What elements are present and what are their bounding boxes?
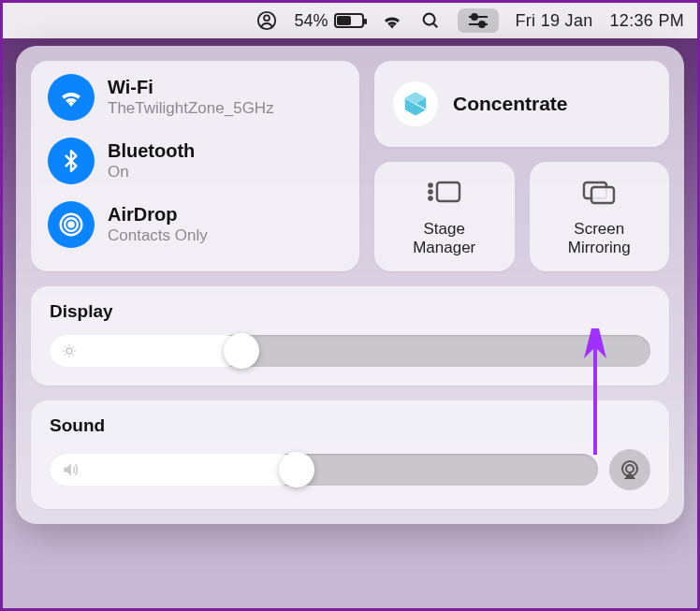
screen-mirroring-button[interactable]: Screen Mirroring xyxy=(530,162,670,271)
sound-title: Sound xyxy=(50,415,650,436)
stage-manager-icon xyxy=(426,179,463,211)
battery-indicator[interactable]: 54% xyxy=(294,11,363,31)
svg-point-6 xyxy=(479,22,485,27)
menubar-date[interactable]: Fri 19 Jan xyxy=(516,11,593,31)
battery-icon xyxy=(334,13,364,28)
focus-label: Concentrate xyxy=(453,93,568,115)
screen-mirroring-icon xyxy=(580,179,618,211)
stage-manager-button[interactable]: Stage Manager xyxy=(374,162,515,271)
airdrop-toggle[interactable]: AirDrop Contacts Only xyxy=(48,201,343,248)
bluetooth-toggle[interactable]: Bluetooth On xyxy=(48,138,343,184)
brightness-low-icon xyxy=(61,342,78,359)
volume-icon xyxy=(61,460,80,479)
volume-slider[interactable] xyxy=(50,454,598,486)
search-icon[interactable] xyxy=(420,10,441,31)
display-title: Display xyxy=(50,301,650,322)
svg-point-12 xyxy=(429,190,431,193)
wifi-toggle[interactable]: Wi-Fi TheTwilightZone_5GHz xyxy=(48,74,343,121)
airdrop-icon xyxy=(48,201,95,248)
airdrop-status: Contacts Only xyxy=(108,226,208,245)
menubar-time[interactable]: 12:36 PM xyxy=(610,11,684,31)
svg-point-1 xyxy=(265,15,270,21)
cube-icon xyxy=(393,81,438,126)
focus-button[interactable]: Concentrate xyxy=(374,61,669,147)
airplay-icon xyxy=(619,458,641,481)
control-center-panel: Wi-Fi TheTwilightZone_5GHz Bluetooth On xyxy=(16,46,684,524)
wifi-title: Wi-Fi xyxy=(108,77,274,98)
svg-point-18 xyxy=(626,465,634,473)
bluetooth-icon xyxy=(48,138,95,184)
display-card: Display xyxy=(31,286,669,386)
svg-point-9 xyxy=(69,223,74,227)
airdrop-title: AirDrop xyxy=(108,204,208,225)
screen-mirroring-label: Screen Mirroring xyxy=(568,220,631,258)
svg-point-2 xyxy=(423,14,434,25)
svg-point-13 xyxy=(429,196,431,199)
sound-card: Sound xyxy=(31,400,669,509)
wifi-network: TheTwilightZone_5GHz xyxy=(108,99,274,118)
menubar: 54% Fri 19 Jan 12:36 PM xyxy=(3,3,697,38)
airplay-audio-button[interactable] xyxy=(609,449,650,490)
battery-percent: 54% xyxy=(294,11,328,31)
user-icon[interactable] xyxy=(256,10,277,31)
wifi-icon xyxy=(48,74,95,121)
svg-rect-15 xyxy=(591,187,614,203)
svg-rect-10 xyxy=(437,182,459,201)
brightness-slider[interactable] xyxy=(50,335,650,367)
svg-point-11 xyxy=(429,183,431,186)
control-center-icon[interactable] xyxy=(458,8,499,33)
bluetooth-status: On xyxy=(108,163,195,182)
bluetooth-title: Bluetooth xyxy=(108,140,195,162)
connectivity-card: Wi-Fi TheTwilightZone_5GHz Bluetooth On xyxy=(31,61,359,271)
svg-point-16 xyxy=(66,348,72,354)
svg-point-4 xyxy=(472,14,477,20)
wifi-icon[interactable] xyxy=(381,9,403,32)
stage-manager-label: Stage Manager xyxy=(413,220,475,258)
